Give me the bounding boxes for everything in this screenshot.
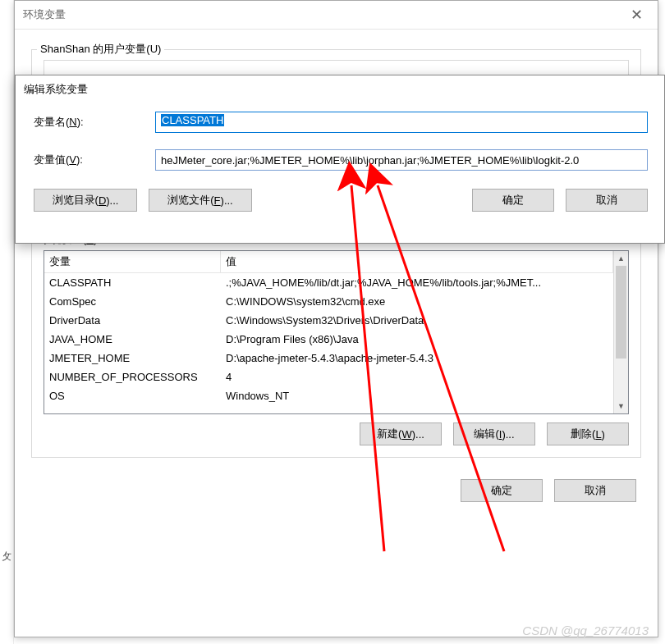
scroll-thumb[interactable] xyxy=(616,266,626,359)
close-icon[interactable]: ✕ xyxy=(624,6,649,24)
titlebar: 环境变量 ✕ xyxy=(15,1,658,30)
sys-new-button[interactable]: 新建(W)... xyxy=(360,422,442,445)
edit-ok-button[interactable]: 确定 xyxy=(472,189,554,212)
col-header-variable[interactable]: 变量 xyxy=(44,251,221,272)
scroll-up-icon[interactable]: ▲ xyxy=(614,251,628,266)
edit-dialog-title: 编辑系统变量 xyxy=(16,75,664,108)
sys-edit-button[interactable]: 编辑(I)... xyxy=(453,422,535,445)
var-value-label: 变量值(V): xyxy=(34,153,155,167)
table-row[interactable]: ComSpecC:\WINDOWS\system32\cmd.exe xyxy=(44,292,613,311)
table-row[interactable]: JMETER_HOMED:\apache-jmeter-5.4.3\apache… xyxy=(44,349,613,368)
table-row[interactable]: OSWindows_NT xyxy=(44,386,613,405)
table-row[interactable]: CLASSPATH.;%JAVA_HOME%/lib/dt.jar;%JAVA_… xyxy=(44,273,613,292)
var-name-input[interactable]: CLASSPATH xyxy=(155,112,648,133)
var-value-input[interactable] xyxy=(155,149,648,171)
sys-vars-scrollbar[interactable]: ▲ ▼ xyxy=(613,251,628,413)
sys-vars-list[interactable]: 变量 值 CLASSPATH.;%JAVA_HOME%/lib/dt.jar;%… xyxy=(44,250,629,414)
browse-file-button[interactable]: 浏览文件(F)... xyxy=(149,189,252,212)
table-row[interactable]: JAVA_HOMED:\Program Files (x86)\Java xyxy=(44,330,613,349)
main-ok-button[interactable]: 确定 xyxy=(461,479,543,502)
left-panel-marker: 攵 xyxy=(2,550,11,564)
user-vars-label: ShanShan 的用户变量(U) xyxy=(37,42,164,57)
scroll-down-icon[interactable]: ▼ xyxy=(614,399,628,413)
sys-delete-button[interactable]: 删除(L) xyxy=(547,422,629,445)
var-name-label: 变量名(N): xyxy=(34,115,155,130)
table-row[interactable]: DriverDataC:\Windows\System32\Drivers\Dr… xyxy=(44,311,613,330)
edit-sys-var-dialog: 编辑系统变量 变量名(N): CLASSPATH 变量值(V): 浏览目录(D)… xyxy=(15,75,665,244)
main-cancel-button[interactable]: 取消 xyxy=(554,479,636,502)
browse-dir-button[interactable]: 浏览目录(D)... xyxy=(34,189,137,212)
sys-vars-header: 变量 值 xyxy=(44,251,613,273)
table-row[interactable]: NUMBER_OF_PROCESSORS4 xyxy=(44,368,613,386)
sys-vars-group: 系统变量(S) 变量 值 CLASSPATH.;%JAVA_HOME%/lib/… xyxy=(31,240,641,458)
window-title: 环境变量 xyxy=(23,7,624,22)
edit-cancel-button[interactable]: 取消 xyxy=(566,189,648,212)
col-header-value[interactable]: 值 xyxy=(221,251,613,272)
